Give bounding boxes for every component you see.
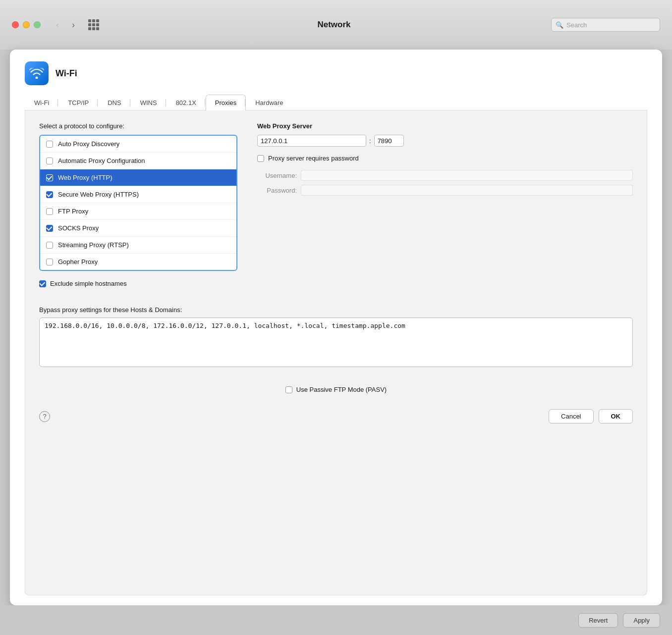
secure-web-proxy-label: Secure Web Proxy (HTTPS) (58, 191, 139, 198)
main-content: Select a protocol to configure: Auto Pro… (39, 122, 633, 271)
grid-menu-button[interactable] (88, 19, 99, 30)
bypass-label: Bypass proxy settings for these Hosts & … (39, 306, 633, 314)
wifi-header: Wi-Fi (25, 61, 647, 85)
tab-wins[interactable]: WINS (131, 95, 167, 110)
requires-password-label: Proxy server requires password (268, 155, 359, 162)
secure-web-proxy-checkbox[interactable] (46, 191, 53, 198)
ftp-proxy-checkbox[interactable] (46, 208, 53, 215)
search-placeholder: Search (566, 21, 587, 29)
window-title: Network (107, 20, 561, 30)
tab-wifi[interactable]: Wi-Fi (25, 95, 58, 110)
credentials-form: Username: Password: (257, 170, 633, 196)
password-label: Password: (257, 187, 297, 194)
username-row: Username: (257, 170, 633, 181)
dialog-buttons: ? Cancel OK (39, 402, 633, 423)
requires-password-checkbox[interactable] (257, 155, 264, 162)
bypass-section: Bypass proxy settings for these Hosts & … (39, 306, 633, 369)
right-column: Web Proxy Server : Proxy server requires… (257, 122, 633, 271)
titlebar: ‹ › Network 🔍 Search (0, 0, 672, 50)
proxy-port-input[interactable] (374, 135, 404, 147)
close-button[interactable] (12, 21, 19, 28)
web-proxy-http-label: Web Proxy (HTTP) (58, 174, 112, 181)
passive-ftp-checkbox[interactable] (285, 386, 292, 393)
minimize-button[interactable] (23, 21, 30, 28)
password-row: Password: (257, 185, 633, 196)
proxy-ip-input[interactable] (257, 135, 366, 147)
network-dialog: Wi-Fi Wi-Fi TCP/IP DNS WINS 802.1X Proxi… (10, 50, 662, 605)
protocol-auto-config[interactable]: Automatic Proxy Configuration (40, 153, 236, 169)
tab-proxies[interactable]: Proxies (206, 95, 246, 110)
help-button[interactable]: ? (39, 411, 50, 422)
proxy-password-row: Proxy server requires password (257, 155, 633, 162)
nav-arrows: ‹ › (51, 18, 80, 32)
tabs: Wi-Fi TCP/IP DNS WINS 802.1X Proxies Har… (25, 94, 647, 110)
streaming-proxy-checkbox[interactable] (46, 242, 53, 249)
ok-button[interactable]: OK (599, 409, 633, 423)
wifi-icon-container (25, 61, 49, 85)
protocol-list: Auto Proxy Discovery Automatic Proxy Con… (39, 135, 237, 271)
revert-button[interactable]: Revert (578, 613, 618, 628)
wifi-title: Wi-Fi (56, 68, 77, 79)
apply-button[interactable]: Apply (623, 613, 660, 628)
auto-config-checkbox[interactable] (46, 158, 53, 164)
tab-8021x[interactable]: 802.1X (167, 95, 206, 110)
tab-dns[interactable]: DNS (98, 95, 130, 110)
ftp-proxy-label: FTP Proxy (58, 208, 88, 215)
passive-ftp-label: Use Passive FTP Mode (PASV) (296, 386, 387, 393)
web-proxy-http-checkbox[interactable] (46, 174, 53, 181)
auto-discovery-label: Auto Proxy Discovery (58, 140, 119, 148)
protocol-secure-web-proxy[interactable]: Secure Web Proxy (HTTPS) (40, 186, 236, 203)
exclude-hostnames-label: Exclude simple hostnames (50, 280, 127, 287)
auto-config-label: Automatic Proxy Configuration (58, 157, 145, 164)
maximize-button[interactable] (34, 21, 41, 28)
forward-button[interactable]: › (66, 18, 80, 32)
protocol-ftp-proxy[interactable]: FTP Proxy (40, 203, 236, 220)
tab-tcpip[interactable]: TCP/IP (58, 95, 98, 110)
bottom-bar: Revert Apply (0, 605, 672, 635)
colon-separator: : (369, 137, 371, 145)
left-column: Select a protocol to configure: Auto Pro… (39, 122, 237, 271)
back-button[interactable]: ‹ (51, 18, 64, 32)
protocol-streaming-proxy[interactable]: Streaming Proxy (RTSP) (40, 237, 236, 254)
search-icon: 🔍 (556, 21, 563, 29)
cancel-button[interactable]: Cancel (549, 409, 593, 423)
action-buttons: Cancel OK (549, 409, 633, 423)
proxies-panel: Select a protocol to configure: Auto Pro… (25, 110, 647, 595)
exclude-hostnames-row: Exclude simple hostnames (39, 280, 633, 287)
proxy-server-row: : (257, 135, 633, 147)
traffic-lights (12, 21, 41, 28)
auto-discovery-checkbox[interactable] (46, 141, 53, 148)
gopher-proxy-checkbox[interactable] (46, 259, 53, 265)
username-input[interactable] (301, 170, 633, 181)
username-label: Username: (257, 172, 297, 179)
socks-proxy-checkbox[interactable] (46, 225, 53, 232)
search-box[interactable]: 🔍 Search (551, 18, 660, 32)
bypass-textarea[interactable] (39, 318, 633, 367)
passive-ftp-row: Use Passive FTP Mode (PASV) (39, 386, 633, 393)
gopher-proxy-label: Gopher Proxy (58, 258, 98, 265)
socks-proxy-label: SOCKS Proxy (58, 224, 99, 232)
protocol-gopher-proxy[interactable]: Gopher Proxy (40, 254, 236, 270)
password-input[interactable] (301, 185, 633, 196)
exclude-hostnames-checkbox[interactable] (39, 280, 46, 287)
protocol-web-proxy-http[interactable]: Web Proxy (HTTP) (40, 169, 236, 186)
streaming-proxy-label: Streaming Proxy (RTSP) (58, 241, 129, 249)
select-protocol-label: Select a protocol to configure: (39, 122, 237, 130)
protocol-auto-discovery[interactable]: Auto Proxy Discovery (40, 136, 236, 153)
web-proxy-server-label: Web Proxy Server (257, 122, 633, 130)
wifi-icon (29, 68, 44, 79)
tab-hardware[interactable]: Hardware (246, 95, 292, 110)
protocol-socks-proxy[interactable]: SOCKS Proxy (40, 220, 236, 237)
